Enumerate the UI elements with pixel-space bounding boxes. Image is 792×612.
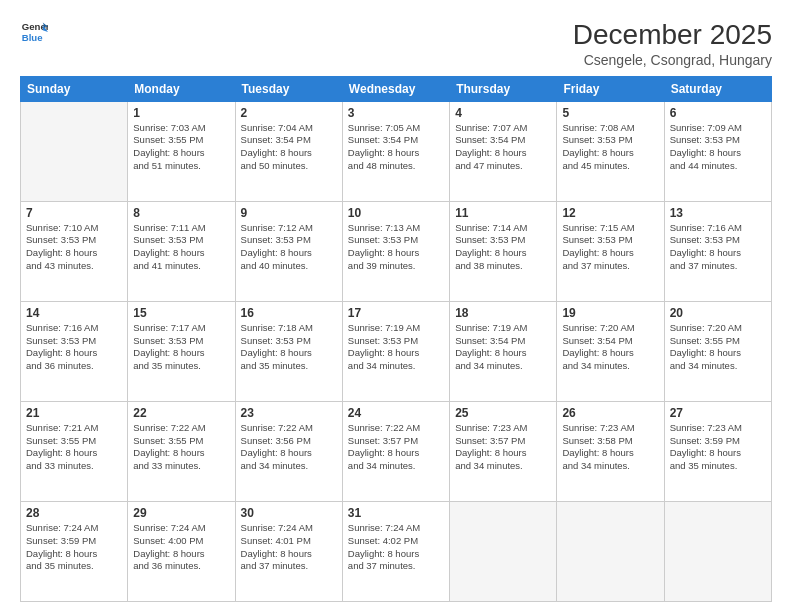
day-number: 12 — [562, 206, 658, 220]
day-number: 4 — [455, 106, 551, 120]
day-info: Sunrise: 7:13 AM Sunset: 3:53 PM Dayligh… — [348, 222, 444, 273]
day-info: Sunrise: 7:11 AM Sunset: 3:53 PM Dayligh… — [133, 222, 229, 273]
day-info: Sunrise: 7:24 AM Sunset: 4:01 PM Dayligh… — [241, 522, 337, 573]
header-day: Friday — [557, 76, 664, 101]
week-row: 14Sunrise: 7:16 AM Sunset: 3:53 PM Dayli… — [21, 301, 772, 401]
calendar-cell: 9Sunrise: 7:12 AM Sunset: 3:53 PM Daylig… — [235, 201, 342, 301]
calendar-cell: 28Sunrise: 7:24 AM Sunset: 3:59 PM Dayli… — [21, 501, 128, 601]
calendar-cell: 26Sunrise: 7:23 AM Sunset: 3:58 PM Dayli… — [557, 401, 664, 501]
day-info: Sunrise: 7:04 AM Sunset: 3:54 PM Dayligh… — [241, 122, 337, 173]
day-number: 24 — [348, 406, 444, 420]
day-info: Sunrise: 7:22 AM Sunset: 3:55 PM Dayligh… — [133, 422, 229, 473]
day-number: 11 — [455, 206, 551, 220]
day-info: Sunrise: 7:16 AM Sunset: 3:53 PM Dayligh… — [26, 322, 122, 373]
day-info: Sunrise: 7:17 AM Sunset: 3:53 PM Dayligh… — [133, 322, 229, 373]
calendar-cell: 14Sunrise: 7:16 AM Sunset: 3:53 PM Dayli… — [21, 301, 128, 401]
day-number: 17 — [348, 306, 444, 320]
calendar-cell: 15Sunrise: 7:17 AM Sunset: 3:53 PM Dayli… — [128, 301, 235, 401]
calendar-table: SundayMondayTuesdayWednesdayThursdayFrid… — [20, 76, 772, 602]
calendar-cell: 2Sunrise: 7:04 AM Sunset: 3:54 PM Daylig… — [235, 101, 342, 201]
calendar-cell — [21, 101, 128, 201]
calendar-cell: 6Sunrise: 7:09 AM Sunset: 3:53 PM Daylig… — [664, 101, 771, 201]
calendar-cell — [450, 501, 557, 601]
calendar-cell: 4Sunrise: 7:07 AM Sunset: 3:54 PM Daylig… — [450, 101, 557, 201]
day-info: Sunrise: 7:22 AM Sunset: 3:57 PM Dayligh… — [348, 422, 444, 473]
week-row: 1Sunrise: 7:03 AM Sunset: 3:55 PM Daylig… — [21, 101, 772, 201]
header-day: Sunday — [21, 76, 128, 101]
main-title: December 2025 — [573, 18, 772, 52]
calendar-cell: 7Sunrise: 7:10 AM Sunset: 3:53 PM Daylig… — [21, 201, 128, 301]
calendar-cell: 13Sunrise: 7:16 AM Sunset: 3:53 PM Dayli… — [664, 201, 771, 301]
calendar-cell: 22Sunrise: 7:22 AM Sunset: 3:55 PM Dayli… — [128, 401, 235, 501]
day-info: Sunrise: 7:07 AM Sunset: 3:54 PM Dayligh… — [455, 122, 551, 173]
day-number: 29 — [133, 506, 229, 520]
day-info: Sunrise: 7:21 AM Sunset: 3:55 PM Dayligh… — [26, 422, 122, 473]
subtitle: Csengele, Csongrad, Hungary — [573, 52, 772, 68]
logo-icon: General Blue — [20, 18, 48, 46]
calendar-cell — [557, 501, 664, 601]
day-number: 3 — [348, 106, 444, 120]
day-number: 26 — [562, 406, 658, 420]
day-number: 31 — [348, 506, 444, 520]
day-number: 22 — [133, 406, 229, 420]
header-day: Thursday — [450, 76, 557, 101]
day-number: 20 — [670, 306, 766, 320]
calendar-cell: 1Sunrise: 7:03 AM Sunset: 3:55 PM Daylig… — [128, 101, 235, 201]
calendar-cell: 29Sunrise: 7:24 AM Sunset: 4:00 PM Dayli… — [128, 501, 235, 601]
day-info: Sunrise: 7:23 AM Sunset: 3:58 PM Dayligh… — [562, 422, 658, 473]
day-info: Sunrise: 7:16 AM Sunset: 3:53 PM Dayligh… — [670, 222, 766, 273]
header-row: SundayMondayTuesdayWednesdayThursdayFrid… — [21, 76, 772, 101]
header: General Blue December 2025 Csengele, Cso… — [20, 18, 772, 68]
calendar-cell: 23Sunrise: 7:22 AM Sunset: 3:56 PM Dayli… — [235, 401, 342, 501]
day-info: Sunrise: 7:12 AM Sunset: 3:53 PM Dayligh… — [241, 222, 337, 273]
day-number: 10 — [348, 206, 444, 220]
calendar-cell: 18Sunrise: 7:19 AM Sunset: 3:54 PM Dayli… — [450, 301, 557, 401]
day-info: Sunrise: 7:14 AM Sunset: 3:53 PM Dayligh… — [455, 222, 551, 273]
day-info: Sunrise: 7:24 AM Sunset: 4:02 PM Dayligh… — [348, 522, 444, 573]
calendar-cell: 24Sunrise: 7:22 AM Sunset: 3:57 PM Dayli… — [342, 401, 449, 501]
calendar-cell: 17Sunrise: 7:19 AM Sunset: 3:53 PM Dayli… — [342, 301, 449, 401]
day-number: 8 — [133, 206, 229, 220]
day-info: Sunrise: 7:09 AM Sunset: 3:53 PM Dayligh… — [670, 122, 766, 173]
day-info: Sunrise: 7:20 AM Sunset: 3:55 PM Dayligh… — [670, 322, 766, 373]
week-row: 21Sunrise: 7:21 AM Sunset: 3:55 PM Dayli… — [21, 401, 772, 501]
day-number: 6 — [670, 106, 766, 120]
title-block: December 2025 Csengele, Csongrad, Hungar… — [573, 18, 772, 68]
day-info: Sunrise: 7:19 AM Sunset: 3:54 PM Dayligh… — [455, 322, 551, 373]
header-day: Monday — [128, 76, 235, 101]
calendar-cell: 19Sunrise: 7:20 AM Sunset: 3:54 PM Dayli… — [557, 301, 664, 401]
day-number: 15 — [133, 306, 229, 320]
day-number: 19 — [562, 306, 658, 320]
calendar-cell: 10Sunrise: 7:13 AM Sunset: 3:53 PM Dayli… — [342, 201, 449, 301]
day-number: 30 — [241, 506, 337, 520]
calendar-cell: 25Sunrise: 7:23 AM Sunset: 3:57 PM Dayli… — [450, 401, 557, 501]
day-number: 21 — [26, 406, 122, 420]
day-number: 23 — [241, 406, 337, 420]
day-number: 16 — [241, 306, 337, 320]
day-info: Sunrise: 7:05 AM Sunset: 3:54 PM Dayligh… — [348, 122, 444, 173]
calendar-cell: 20Sunrise: 7:20 AM Sunset: 3:55 PM Dayli… — [664, 301, 771, 401]
header-day: Tuesday — [235, 76, 342, 101]
day-number: 2 — [241, 106, 337, 120]
day-info: Sunrise: 7:24 AM Sunset: 4:00 PM Dayligh… — [133, 522, 229, 573]
day-info: Sunrise: 7:15 AM Sunset: 3:53 PM Dayligh… — [562, 222, 658, 273]
day-number: 5 — [562, 106, 658, 120]
page: General Blue December 2025 Csengele, Cso… — [0, 0, 792, 612]
svg-text:Blue: Blue — [22, 32, 43, 43]
calendar-cell: 16Sunrise: 7:18 AM Sunset: 3:53 PM Dayli… — [235, 301, 342, 401]
calendar-cell: 12Sunrise: 7:15 AM Sunset: 3:53 PM Dayli… — [557, 201, 664, 301]
day-info: Sunrise: 7:24 AM Sunset: 3:59 PM Dayligh… — [26, 522, 122, 573]
day-number: 25 — [455, 406, 551, 420]
day-number: 7 — [26, 206, 122, 220]
calendar-cell: 5Sunrise: 7:08 AM Sunset: 3:53 PM Daylig… — [557, 101, 664, 201]
day-number: 14 — [26, 306, 122, 320]
calendar-cell — [664, 501, 771, 601]
day-number: 18 — [455, 306, 551, 320]
day-info: Sunrise: 7:19 AM Sunset: 3:53 PM Dayligh… — [348, 322, 444, 373]
day-number: 1 — [133, 106, 229, 120]
day-info: Sunrise: 7:03 AM Sunset: 3:55 PM Dayligh… — [133, 122, 229, 173]
day-info: Sunrise: 7:10 AM Sunset: 3:53 PM Dayligh… — [26, 222, 122, 273]
calendar-cell: 8Sunrise: 7:11 AM Sunset: 3:53 PM Daylig… — [128, 201, 235, 301]
calendar-cell: 21Sunrise: 7:21 AM Sunset: 3:55 PM Dayli… — [21, 401, 128, 501]
calendar-cell: 27Sunrise: 7:23 AM Sunset: 3:59 PM Dayli… — [664, 401, 771, 501]
